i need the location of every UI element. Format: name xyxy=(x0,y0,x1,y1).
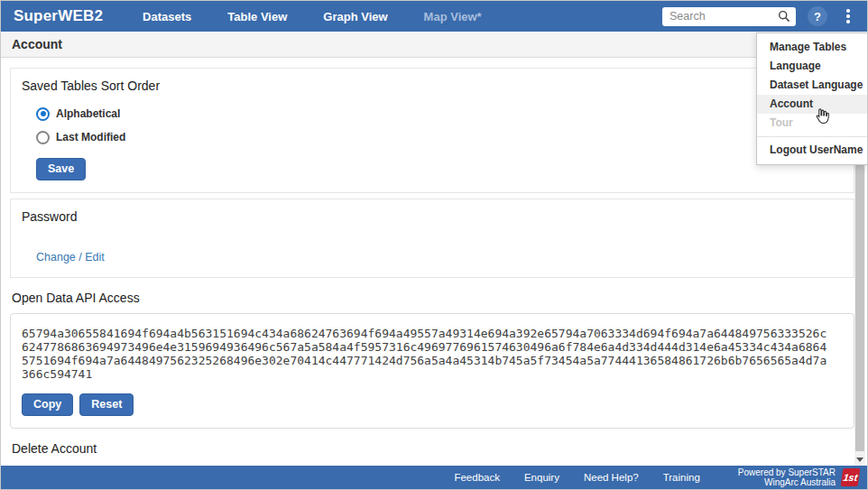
sort-order-panel: Saved Tables Sort Order Alphabetical Las… xyxy=(10,68,854,193)
radio-icon[interactable] xyxy=(36,131,50,144)
superstar-1st-logo: 1st xyxy=(841,468,861,486)
copy-button[interactable]: Copy xyxy=(22,393,73,416)
footer-links: Feedback Enquiry Need Help? Training xyxy=(454,472,699,483)
menu-item-dataset-language[interactable]: Dataset Language xyxy=(757,76,867,95)
password-panel: Password Change / Edit xyxy=(10,199,854,278)
footer-link-training[interactable]: Training xyxy=(663,472,700,483)
overflow-dropdown-menu: Manage Tables Language Dataset Language … xyxy=(756,32,867,165)
nav-item-graph-view[interactable]: Graph View xyxy=(323,10,387,23)
search-box xyxy=(662,7,796,26)
radio-option-alphabetical[interactable]: Alphabetical xyxy=(36,105,843,123)
help-icon[interactable]: ? xyxy=(808,6,827,26)
radio-option-last-modified[interactable]: Last Modified xyxy=(36,128,843,146)
save-button[interactable]: Save xyxy=(36,158,86,180)
account-content: Saved Tables Sort Order Alphabetical Las… xyxy=(1,68,867,490)
menu-item-logout[interactable]: Logout UserName xyxy=(757,141,867,160)
search-input[interactable] xyxy=(662,10,772,23)
nav-item-table-view[interactable]: Table View xyxy=(227,10,287,23)
menu-item-tour: Tour xyxy=(757,114,867,133)
scroll-down-button[interactable] xyxy=(854,454,865,466)
superweb2-window: SuperWEB2 Datasets Table View Graph View… xyxy=(0,0,868,490)
api-buttons: Copy Reset xyxy=(22,393,843,416)
footer-link-feedback[interactable]: Feedback xyxy=(454,472,500,483)
api-access-title: Open Data API Access xyxy=(12,291,867,305)
api-key-box: 65794a30655841694f694a4b563151694c434a68… xyxy=(10,313,854,429)
footer: Feedback Enquiry Need Help? Training Pow… xyxy=(1,466,867,489)
search-icon[interactable] xyxy=(772,7,796,26)
nav-item-datasets[interactable]: Datasets xyxy=(143,10,191,23)
app-logo[interactable]: SuperWEB2 xyxy=(14,7,103,25)
footer-link-enquiry[interactable]: Enquiry xyxy=(524,472,559,483)
menu-item-manage-tables[interactable]: Manage Tables xyxy=(757,38,867,57)
page-title: Account xyxy=(12,37,62,51)
change-password-link[interactable]: Change / Edit xyxy=(36,251,105,263)
nav-item-map-view[interactable]: Map View* xyxy=(424,10,482,23)
footer-link-need-help[interactable]: Need Help? xyxy=(584,472,639,483)
radio-icon[interactable] xyxy=(36,107,50,121)
top-navbar: SuperWEB2 Datasets Table View Graph View… xyxy=(1,1,867,32)
menu-item-language[interactable]: Language xyxy=(757,57,867,76)
page-header: Account xyxy=(1,32,867,58)
powered-by-text: Powered by SuperSTAR WingArc Australia xyxy=(738,467,836,487)
menu-item-account[interactable]: Account xyxy=(757,95,867,114)
sort-order-title: Saved Tables Sort Order xyxy=(22,79,843,93)
delete-account-title: Delete Account xyxy=(12,441,867,456)
api-key-text: 65794a30655841694f694a4b563151694c434a68… xyxy=(22,327,843,381)
menu-divider xyxy=(757,136,867,137)
reset-button[interactable]: Reset xyxy=(79,393,134,416)
password-title: Password xyxy=(22,209,843,224)
overflow-menu-icon[interactable] xyxy=(838,6,858,26)
